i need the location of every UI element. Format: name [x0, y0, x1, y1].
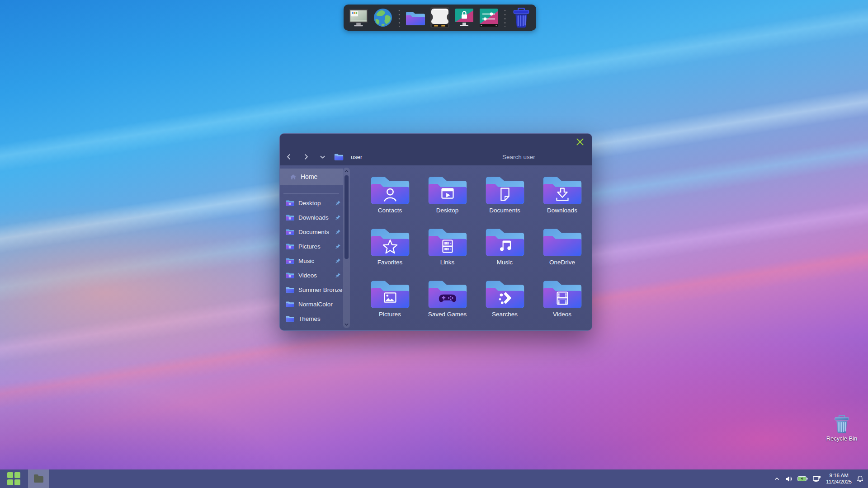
folder-item-videos[interactable]: Videos — [533, 275, 591, 327]
folder-item-contacts[interactable]: Contacts — [361, 171, 419, 223]
folder-icon — [286, 243, 294, 250]
folder-icon — [286, 257, 294, 264]
scroll-down-icon[interactable] — [343, 321, 350, 328]
start-button[interactable] — [5, 469, 22, 488]
top-dock — [344, 5, 536, 31]
taskbar-clock[interactable]: 9:16 AM 11/24/2025 — [826, 473, 852, 485]
pin-icon[interactable] — [335, 229, 341, 235]
trash-icon[interactable] — [511, 7, 532, 28]
dock-separator — [504, 9, 506, 27]
recycle-bin-desktop-icon[interactable]: Recycle Bin — [824, 415, 860, 442]
sidebar-item-desktop[interactable]: Desktop — [280, 196, 343, 210]
sidebar-item-summer-bronze[interactable]: Summer Bronze — [280, 282, 343, 297]
windows-logo-icon — [7, 472, 20, 485]
folder-grid: Contacts Desktop Documents — [350, 165, 592, 330]
window-body: Home Desktop Downloads Documents — [280, 165, 592, 330]
forward-button[interactable] — [301, 151, 311, 163]
battery-charging-icon[interactable] — [797, 469, 808, 488]
pin-icon[interactable] — [335, 200, 341, 206]
clock-time: 9:16 AM — [826, 473, 852, 479]
pin-icon[interactable] — [335, 215, 341, 221]
navigation-bar: user Search user — [280, 148, 592, 165]
pin-icon[interactable] — [335, 244, 341, 249]
folder-icon — [286, 199, 294, 206]
speaker-icon[interactable] — [785, 469, 793, 488]
pin-icon[interactable] — [335, 272, 341, 278]
back-button[interactable] — [283, 151, 294, 163]
sidebar-home-label: Home — [301, 173, 317, 180]
sidebar-item-videos[interactable]: Videos — [280, 268, 343, 282]
address-folder-icon[interactable] — [334, 153, 344, 161]
sidebar-item-music[interactable]: Music — [280, 253, 343, 268]
network-display-icon[interactable] — [813, 469, 821, 488]
dock-separator — [398, 9, 400, 27]
folder-item-searches[interactable]: Searches — [476, 275, 533, 327]
clock-date: 11/24/2025 — [826, 479, 852, 485]
globe-icon[interactable] — [373, 7, 393, 28]
display-settings-icon[interactable] — [478, 7, 499, 28]
desktop-screen: user Search user Home Desktop — [0, 0, 868, 488]
sidebar-divider — [283, 193, 339, 193]
folder-icon — [34, 476, 43, 483]
hard-drive-icon[interactable] — [429, 7, 450, 28]
folder-item-saved-games[interactable]: Saved Games — [419, 275, 476, 327]
sidebar: Home Desktop Downloads Documents — [280, 165, 343, 330]
home-icon — [290, 174, 297, 180]
taskbar: 9:16 AM 11/24/2025 — [0, 469, 868, 488]
sidebar-item-themes[interactable]: Themes — [280, 311, 343, 326]
lock-screen-icon[interactable] — [454, 7, 475, 28]
file-manager-folder-icon[interactable] — [405, 7, 426, 28]
desktop-preview-icon[interactable] — [348, 7, 369, 28]
folder-item-desktop[interactable]: Desktop — [419, 171, 476, 223]
folder-icon — [286, 315, 294, 322]
file-explorer-window: user Search user Home Desktop — [279, 133, 592, 331]
folder-icon — [286, 228, 294, 235]
folder-item-music[interactable]: Music — [476, 223, 533, 275]
sidebar-scrollbar[interactable] — [343, 168, 350, 328]
sidebar-item-home[interactable]: Home — [280, 169, 343, 185]
folder-icon — [286, 272, 294, 279]
recycle-bin-label: Recycle Bin — [826, 435, 858, 442]
recent-locations-dropdown[interactable] — [317, 151, 328, 163]
sidebar-item-pictures[interactable]: Pictures — [280, 239, 343, 253]
folder-icon — [286, 214, 294, 221]
notification-bell-icon[interactable] — [857, 469, 863, 488]
sidebar-item-downloads[interactable]: Downloads — [280, 210, 343, 225]
window-header: user Search user — [280, 134, 592, 165]
search-placeholder: Search user — [502, 154, 535, 160]
scroll-up-icon[interactable] — [343, 168, 350, 174]
scrollbar-thumb[interactable] — [344, 175, 349, 259]
taskbar-file-explorer-button[interactable] — [28, 469, 49, 488]
folder-icon — [286, 286, 294, 293]
sidebar-item-normalcolor[interactable]: NormalColor — [280, 297, 343, 311]
folder-icon — [286, 300, 294, 308]
pin-icon[interactable] — [335, 258, 341, 264]
folder-item-onedrive[interactable]: OneDrive — [533, 223, 591, 275]
recycle-bin-icon — [834, 415, 850, 434]
folder-item-favorites[interactable]: Favorites — [361, 223, 419, 275]
folder-item-links[interactable]: Links — [419, 223, 476, 275]
sidebar-item-documents[interactable]: Documents — [280, 225, 343, 239]
folder-item-pictures[interactable]: Pictures — [361, 275, 419, 327]
tray-chevron-up-icon[interactable] — [774, 469, 780, 488]
address-path[interactable]: user — [351, 154, 362, 160]
folder-item-documents[interactable]: Documents — [476, 171, 533, 223]
close-button[interactable] — [575, 137, 585, 147]
system-tray: 9:16 AM 11/24/2025 — [774, 469, 868, 488]
search-input[interactable]: Search user — [502, 148, 535, 165]
folder-item-downloads[interactable]: Downloads — [533, 171, 591, 223]
